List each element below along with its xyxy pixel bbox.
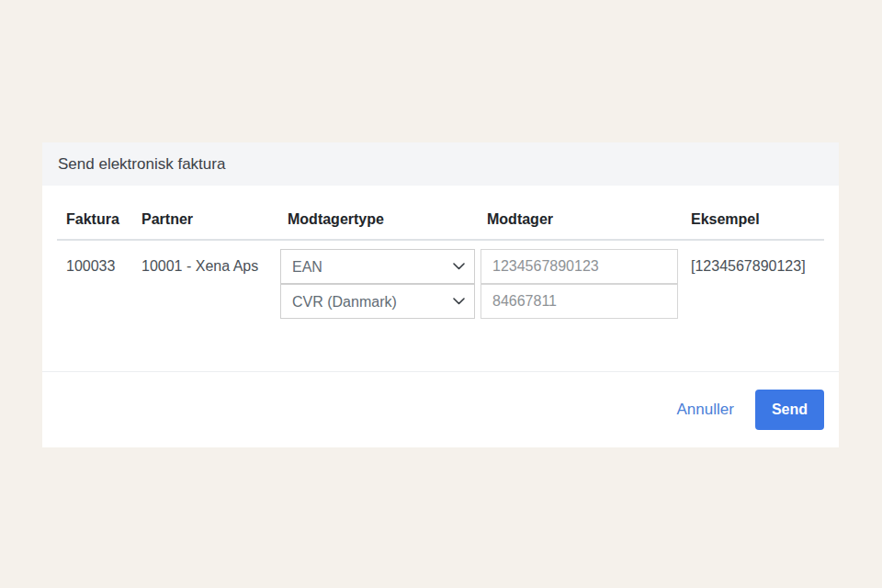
cell-example: [1234567890123] [687,240,824,319]
cell-recipient-id [481,240,687,319]
column-header-partner: Partner [132,193,271,240]
send-button[interactable]: Send [755,390,824,430]
column-header-modtager: Modtager [481,193,687,240]
column-header-faktura: Faktura [57,193,132,240]
dialog-header: Send elektronisk faktura [42,142,839,186]
column-header-modtagertype: Modtagertype [271,193,481,240]
dialog-title: Send elektronisk faktura [58,155,225,174]
recipient-type-select-2[interactable]: CVR (Danmark) [280,284,475,319]
recipient-type-select-wrap-1: EAN [280,249,475,284]
send-invoice-dialog: Send elektronisk faktura Faktura Partner… [42,142,839,447]
table-row: 100033 10001 - Xena Aps EAN CVR (Danmark… [57,240,824,319]
recipient-id-input-1[interactable] [481,249,678,284]
invoice-table: Faktura Partner Modtagertype Modtager Ek… [57,193,824,319]
table-header-row: Faktura Partner Modtagertype Modtager Ek… [57,193,824,240]
cancel-button[interactable]: Annuller [677,401,734,419]
recipient-type-select-wrap-2: CVR (Danmark) [280,284,475,319]
cell-recipient-type: EAN CVR (Danmark) [271,240,481,319]
cell-partner: 10001 - Xena Aps [132,240,271,319]
column-header-eksempel: Eksempel [687,193,824,240]
cell-invoice-number: 100033 [57,240,132,319]
recipient-type-select-1[interactable]: EAN [280,249,475,284]
dialog-footer: Annuller Send [42,371,839,447]
dialog-body: Faktura Partner Modtagertype Modtager Ek… [42,186,839,371]
recipient-id-input-2[interactable] [481,284,678,319]
